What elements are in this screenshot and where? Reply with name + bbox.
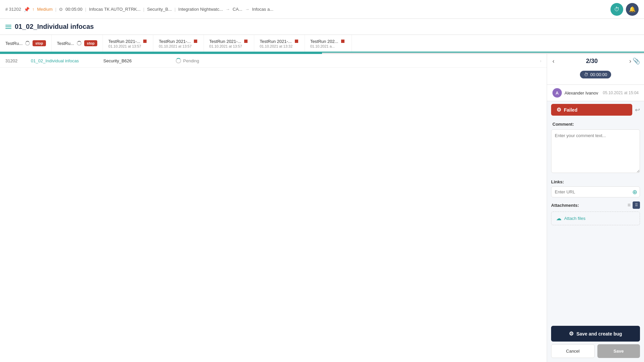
main-layout: 31202 01_02_Individual infocas Security_… [0, 54, 644, 362]
row-suite: Security_B626 [103, 58, 170, 63]
row-name-link[interactable]: 01_02_Individual infocas [31, 58, 98, 63]
save-button[interactable]: Save [597, 344, 640, 358]
cloud-upload-icon: ☁ [556, 215, 561, 222]
tab-3-date: 01.10.2021 at 13:57 [108, 44, 141, 48]
tab-6[interactable]: TestRun 2021-... ⏹ 01.10.2021 at 13:32 [254, 35, 305, 52]
attachments-view-toggle: ≡ ⠿ [628, 201, 640, 209]
user-row: A Alexander Ivanov 05.10.2021 at 15:04 [547, 85, 644, 101]
comment-label: Comment: [547, 118, 644, 128]
tab-bar: TestRu... stop TestRu... stop TestRun 20… [0, 35, 644, 53]
row-status-text: Pending [183, 58, 199, 63]
hamburger-menu[interactable] [5, 25, 11, 29]
attachments-section: Attachments: ≡ ⠿ ☁ Attach files [547, 200, 644, 228]
table-row[interactable]: 31202 01_02_Individual infocas Security_… [0, 54, 547, 68]
attach-files-label: Attach files [564, 216, 586, 221]
comment-textarea[interactable] [551, 129, 640, 173]
tab-2-spinner [77, 41, 82, 46]
failed-badge: ⚙ Failed [551, 104, 632, 116]
tab-4-date: 01.10.2021 at 13:57 [159, 44, 192, 48]
row-expand-icon[interactable]: › [540, 58, 541, 63]
tab-1-stop-button[interactable]: stop [33, 40, 46, 46]
tab-7-date: 01.10.2021 a... [310, 44, 335, 48]
panel-timer: ⏱ 00:00:00 [580, 71, 611, 78]
pin-icon: 📌 [24, 7, 30, 12]
failed-icon: ⚙ [556, 107, 561, 113]
suite-link[interactable]: Security_B... [147, 7, 172, 12]
attachments-header: Attachments: ≡ ⠿ [551, 201, 640, 209]
attachments-label: Attachments: [551, 203, 579, 208]
tab-7-label: TestRun 202... [310, 39, 338, 44]
row-status-spinner [176, 58, 181, 63]
tab-5-label: TestRun 2021-... [209, 39, 241, 44]
tab-6-stop-icon: ⏹ [294, 38, 299, 44]
grid-view-icon[interactable]: ⠿ [633, 201, 640, 209]
tab-1-label: TestRu... [5, 41, 22, 46]
arrow-icon-1: → [226, 7, 230, 12]
tab-1[interactable]: TestRu... stop [0, 35, 52, 52]
top-bar-actions: ⏱ 🔔 [610, 3, 639, 16]
tab-2-label: TestRu... [57, 41, 74, 46]
tab-4[interactable]: TestRun 2021-... ⏹ 01.10.2021 at 13:57 [153, 35, 204, 52]
left-content: 31202 01_02_Individual infocas Security_… [0, 54, 547, 362]
url-add-button[interactable]: ⊕ [632, 188, 637, 196]
links-section: Links: ⊕ [547, 178, 644, 200]
tab-5-stop-icon: ⏹ [243, 38, 249, 44]
tab-5[interactable]: TestRun 2021-... ⏹ 01.10.2021 at 13:57 [204, 35, 254, 52]
tab-3-label: TestRun 2021-... [108, 39, 140, 44]
breadcrumb-1[interactable]: CA... [233, 7, 243, 12]
comment-section: Comment: [547, 118, 644, 178]
hamburger-line-1 [5, 25, 11, 25]
panel-attach-icon[interactable]: 📎 [633, 57, 640, 65]
attach-files-button[interactable]: ☁ Attach files [551, 212, 640, 225]
separator-3: | [143, 7, 144, 12]
issue-id: # 31202 [5, 7, 21, 12]
separator-2: | [85, 7, 86, 12]
timer-value: 00:00:00 [590, 72, 607, 77]
tab-2-stop-button[interactable]: stop [84, 40, 97, 46]
clock-button[interactable]: ⏱ [610, 3, 623, 16]
breadcrumb-2[interactable]: Infocas a... [252, 7, 273, 12]
separator-4: | [174, 7, 175, 12]
tab-7-stop-icon: ⏹ [340, 38, 345, 44]
save-create-icon: ⚙ [569, 330, 574, 337]
tab-6-label: TestRun 2021-... [260, 39, 291, 44]
failed-label: Failed [564, 107, 577, 113]
failed-row: ⚙ Failed ↩ [547, 101, 644, 118]
timer-icon: ⏱ [584, 72, 588, 77]
hamburger-line-2 [5, 26, 11, 27]
right-panel: ‹ 2/30 › 📎 ⏱ 00:00:00 A Alexander Ivanov… [547, 54, 644, 362]
user-date: 05.10.2021 at 15:04 [603, 90, 639, 95]
page-title-bar: 01_02_Individual infocas [0, 19, 644, 35]
time-icon: ⊙ [59, 7, 63, 12]
user-avatar: A [552, 88, 562, 98]
arrow-icon-2: → [245, 7, 249, 12]
panel-counter: 2/30 [556, 58, 628, 65]
list-view-icon[interactable]: ≡ [628, 202, 631, 208]
time-value: 00:05:00 [65, 7, 83, 12]
bell-button[interactable]: 🔔 [626, 3, 639, 16]
top-bar: # 31202 📌 ↑ Medium | ⊙ 00:05:00 | Infoca… [0, 0, 644, 19]
tab-7[interactable]: TestRun 202... ⏹ 01.10.2021 a... [305, 35, 352, 52]
tab-3[interactable]: TestRun 2021-... ⏹ 01.10.2021 at 13:57 [103, 35, 153, 52]
priority-up-icon: ↑ [32, 7, 35, 12]
priority-label: Medium [37, 7, 53, 12]
integration-link[interactable]: Integration Nightwatc... [178, 7, 223, 12]
panel-prev-button[interactable]: ‹ [551, 58, 556, 65]
row-status: Pending [176, 58, 216, 63]
bottom-buttons: ⚙ Save and create bug Cancel Save [547, 322, 644, 362]
page-title: 01_02_Individual infocas [15, 23, 94, 31]
url-input-wrapper: ⊕ [551, 186, 640, 197]
save-create-bug-button[interactable]: ⚙ Save and create bug [551, 326, 640, 342]
project-link[interactable]: Infocas TK AUTO_RTRK... [89, 7, 141, 12]
tab-4-label: TestRun 2021-... [159, 39, 191, 44]
tab-4-stop-icon: ⏹ [193, 38, 198, 44]
separator-1: | [55, 7, 56, 12]
tab-2[interactable]: TestRu... stop [52, 35, 103, 52]
save-create-label: Save and create bug [576, 331, 622, 337]
user-name: Alexander Ivanov [565, 90, 598, 96]
panel-next-button[interactable]: › [628, 58, 633, 65]
undo-button[interactable]: ↩ [635, 106, 640, 114]
url-input[interactable] [551, 186, 640, 197]
cancel-button[interactable]: Cancel [551, 344, 595, 358]
hamburger-line-3 [5, 28, 11, 29]
